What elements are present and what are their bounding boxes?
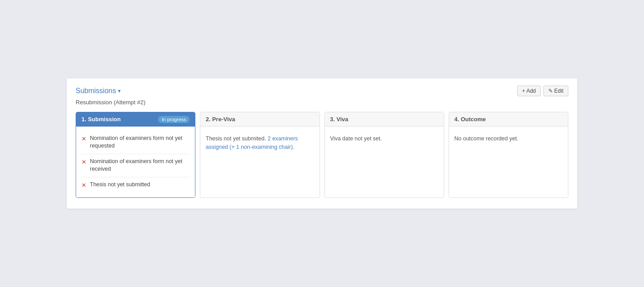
add-button[interactable]: + Add — [517, 86, 541, 96]
stage-body-pre-viva: Thesis not yet submited. 2 examiners ass… — [200, 127, 319, 160]
stage-title-pre-viva: 2. Pre-Viva — [206, 116, 235, 123]
header-row: Submissions ▾ + Add ✎ Edit — [76, 86, 568, 96]
stage-card-pre-viva: 2. Pre-Viva Thesis not yet submited. 2 e… — [200, 112, 320, 198]
pre-viva-text-before: Thesis not yet submited. — [206, 135, 267, 142]
resubmission-label: Resubmission (Attempt #2) — [76, 99, 568, 106]
checklist-text-2: Nomination of examiners form not yet rec… — [90, 158, 190, 173]
checklist-text-1: Nomination of examiners form not yet req… — [90, 135, 190, 150]
edit-button[interactable]: ✎ Edit — [543, 86, 568, 96]
stage-card-submission: 1. Submission In progress ✕ Nomination o… — [76, 112, 195, 198]
outcome-text: No outcome recorded yet. — [454, 135, 518, 142]
header-buttons: + Add ✎ Edit — [517, 86, 568, 96]
submissions-title[interactable]: Submissions ▾ — [76, 87, 121, 95]
x-icon-1: ✕ — [81, 135, 86, 143]
viva-text: Viva date not yet set. — [330, 135, 382, 142]
checklist-item-3: ✕ Thesis not yet submitted — [81, 177, 190, 193]
stage-card-outcome: 4. Outcome No outcome recorded yet. — [449, 112, 568, 198]
stage-title-outcome: 4. Outcome — [454, 116, 486, 123]
checklist-item-1: ✕ Nomination of examiners form not yet r… — [81, 131, 190, 154]
stage-header-pre-viva: 2. Pre-Viva — [200, 112, 319, 127]
stage-header-submission: 1. Submission In progress — [76, 112, 195, 127]
stage-body-viva: Viva date not yet set. — [325, 127, 444, 151]
stage-header-viva: 3. Viva — [325, 112, 444, 127]
stage-header-outcome: 4. Outcome — [449, 112, 568, 127]
stage-title-viva: 3. Viva — [330, 116, 348, 123]
main-panel: Submissions ▾ + Add ✎ Edit Resubmission … — [67, 78, 577, 209]
x-icon-2: ✕ — [81, 158, 86, 166]
in-progress-badge: In progress — [158, 116, 190, 123]
submissions-label: Submissions — [76, 87, 116, 95]
stage-title-submission: 1. Submission — [81, 116, 121, 123]
chevron-down-icon: ▾ — [118, 88, 121, 94]
x-icon-3: ✕ — [81, 181, 86, 189]
stage-body-submission: ✕ Nomination of examiners form not yet r… — [76, 127, 195, 197]
stage-card-viva: 3. Viva Viva date not yet set. — [324, 112, 444, 198]
stage-body-outcome: No outcome recorded yet. — [449, 127, 568, 151]
checklist-text-3: Thesis not yet submitted — [90, 181, 150, 189]
stages-row: 1. Submission In progress ✕ Nomination o… — [76, 112, 568, 198]
checklist-item-2: ✕ Nomination of examiners form not yet r… — [81, 154, 190, 177]
